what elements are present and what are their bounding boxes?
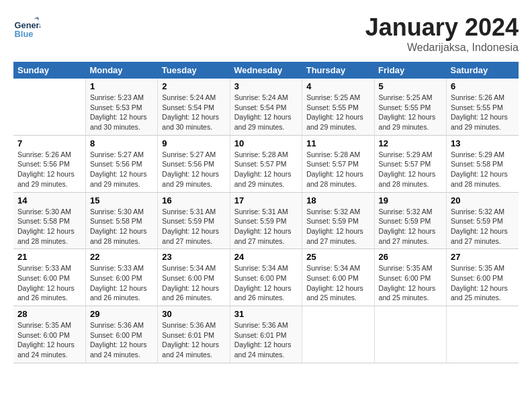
day-info: Sunrise: 5:25 AM Sunset: 5:55 PM Dayligh… <box>306 93 369 132</box>
col-friday: Friday <box>374 62 446 79</box>
calendar-cell: 6Sunrise: 5:26 AM Sunset: 5:55 PM Daylig… <box>447 79 519 135</box>
day-number: 26 <box>379 252 442 262</box>
month-title: January 2024 <box>365 13 519 42</box>
day-number: 16 <box>162 195 225 205</box>
calendar-cell: 30Sunrise: 5:36 AM Sunset: 6:01 PM Dayli… <box>158 306 230 363</box>
day-info: Sunrise: 5:34 AM Sunset: 6:00 PM Dayligh… <box>162 263 225 303</box>
calendar-cell: 13Sunrise: 5:29 AM Sunset: 5:58 PM Dayli… <box>447 135 519 192</box>
day-number: 25 <box>306 252 369 262</box>
day-number: 18 <box>306 195 369 205</box>
day-number: 9 <box>162 138 225 148</box>
calendar-cell: 26Sunrise: 5:35 AM Sunset: 6:00 PM Dayli… <box>374 249 446 306</box>
day-number: 17 <box>234 195 298 205</box>
day-info: Sunrise: 5:32 AM Sunset: 5:59 PM Dayligh… <box>379 207 442 246</box>
day-info: Sunrise: 5:36 AM Sunset: 6:01 PM Dayligh… <box>234 320 298 360</box>
day-info: Sunrise: 5:32 AM Sunset: 5:59 PM Dayligh… <box>306 207 369 246</box>
page: General Blue January 2024 Wedarijaksa, I… <box>0 0 532 411</box>
calendar-week-0: 1Sunrise: 5:23 AM Sunset: 5:53 PM Daylig… <box>13 79 519 135</box>
location: Wedarijaksa, Indonesia <box>365 42 519 54</box>
day-number: 11 <box>306 138 369 148</box>
day-info: Sunrise: 5:34 AM Sunset: 6:00 PM Dayligh… <box>306 263 369 303</box>
day-number: 14 <box>17 195 81 205</box>
day-number: 24 <box>234 252 298 262</box>
calendar-cell: 31Sunrise: 5:36 AM Sunset: 6:01 PM Dayli… <box>230 306 302 363</box>
day-number: 27 <box>451 252 515 262</box>
day-info: Sunrise: 5:29 AM Sunset: 5:57 PM Dayligh… <box>379 150 442 189</box>
day-number: 19 <box>379 195 442 205</box>
day-info: Sunrise: 5:30 AM Sunset: 5:58 PM Dayligh… <box>17 207 81 246</box>
calendar-week-3: 21Sunrise: 5:33 AM Sunset: 6:00 PM Dayli… <box>13 249 519 306</box>
header-row: Sunday Monday Tuesday Wednesday Thursday… <box>13 62 519 79</box>
day-info: Sunrise: 5:33 AM Sunset: 6:00 PM Dayligh… <box>17 263 81 303</box>
day-number: 5 <box>379 81 442 91</box>
day-number: 8 <box>90 138 153 148</box>
calendar-cell: 9Sunrise: 5:27 AM Sunset: 5:56 PM Daylig… <box>158 135 230 192</box>
day-number: 22 <box>90 252 153 262</box>
calendar-week-1: 7Sunrise: 5:26 AM Sunset: 5:56 PM Daylig… <box>13 135 519 192</box>
svg-text:Blue: Blue <box>15 29 34 39</box>
calendar-cell <box>13 79 85 135</box>
day-info: Sunrise: 5:31 AM Sunset: 5:59 PM Dayligh… <box>234 207 298 246</box>
day-info: Sunrise: 5:30 AM Sunset: 5:58 PM Dayligh… <box>90 207 153 246</box>
col-monday: Monday <box>85 62 157 79</box>
col-tuesday: Tuesday <box>158 62 230 79</box>
col-thursday: Thursday <box>302 62 374 79</box>
calendar-week-4: 28Sunrise: 5:35 AM Sunset: 6:00 PM Dayli… <box>13 306 519 363</box>
day-info: Sunrise: 5:36 AM Sunset: 6:00 PM Dayligh… <box>90 320 153 360</box>
calendar-cell <box>374 306 446 363</box>
day-info: Sunrise: 5:25 AM Sunset: 5:55 PM Dayligh… <box>379 93 442 132</box>
day-info: Sunrise: 5:31 AM Sunset: 5:59 PM Dayligh… <box>162 207 225 246</box>
day-number: 23 <box>162 252 225 262</box>
calendar-cell: 7Sunrise: 5:26 AM Sunset: 5:56 PM Daylig… <box>13 135 85 192</box>
header: General Blue January 2024 Wedarijaksa, I… <box>13 13 519 54</box>
calendar-cell: 27Sunrise: 5:35 AM Sunset: 6:00 PM Dayli… <box>447 249 519 306</box>
calendar-cell: 12Sunrise: 5:29 AM Sunset: 5:57 PM Dayli… <box>374 135 446 192</box>
day-info: Sunrise: 5:32 AM Sunset: 5:59 PM Dayligh… <box>451 207 515 246</box>
calendar-cell: 14Sunrise: 5:30 AM Sunset: 5:58 PM Dayli… <box>13 192 85 249</box>
day-info: Sunrise: 5:24 AM Sunset: 5:54 PM Dayligh… <box>162 93 225 132</box>
calendar-cell: 8Sunrise: 5:27 AM Sunset: 5:56 PM Daylig… <box>85 135 157 192</box>
calendar-cell: 24Sunrise: 5:34 AM Sunset: 6:00 PM Dayli… <box>230 249 302 306</box>
calendar-cell: 20Sunrise: 5:32 AM Sunset: 5:59 PM Dayli… <box>447 192 519 249</box>
calendar-cell: 18Sunrise: 5:32 AM Sunset: 5:59 PM Dayli… <box>302 192 374 249</box>
day-info: Sunrise: 5:27 AM Sunset: 5:56 PM Dayligh… <box>90 150 153 189</box>
day-info: Sunrise: 5:27 AM Sunset: 5:56 PM Dayligh… <box>162 150 225 189</box>
calendar-cell: 19Sunrise: 5:32 AM Sunset: 5:59 PM Dayli… <box>374 192 446 249</box>
day-info: Sunrise: 5:33 AM Sunset: 6:00 PM Dayligh… <box>90 263 153 303</box>
day-number: 6 <box>451 81 515 91</box>
day-number: 29 <box>90 309 153 319</box>
day-number: 15 <box>90 195 153 205</box>
day-info: Sunrise: 5:26 AM Sunset: 5:56 PM Dayligh… <box>17 150 81 189</box>
day-info: Sunrise: 5:35 AM Sunset: 6:00 PM Dayligh… <box>451 263 515 303</box>
calendar-cell: 21Sunrise: 5:33 AM Sunset: 6:00 PM Dayli… <box>13 249 85 306</box>
day-info: Sunrise: 5:35 AM Sunset: 6:00 PM Dayligh… <box>17 320 81 360</box>
calendar-cell: 5Sunrise: 5:25 AM Sunset: 5:55 PM Daylig… <box>374 79 446 135</box>
col-saturday: Saturday <box>447 62 519 79</box>
day-number: 12 <box>379 138 442 148</box>
logo-icon: General Blue <box>13 13 40 40</box>
day-info: Sunrise: 5:28 AM Sunset: 5:57 PM Dayligh… <box>306 150 369 189</box>
day-number: 30 <box>162 309 225 319</box>
calendar-cell: 16Sunrise: 5:31 AM Sunset: 5:59 PM Dayli… <box>158 192 230 249</box>
day-info: Sunrise: 5:28 AM Sunset: 5:57 PM Dayligh… <box>234 150 298 189</box>
col-sunday: Sunday <box>13 62 85 79</box>
day-info: Sunrise: 5:34 AM Sunset: 6:00 PM Dayligh… <box>234 263 298 303</box>
day-info: Sunrise: 5:35 AM Sunset: 6:00 PM Dayligh… <box>379 263 442 303</box>
day-number: 10 <box>234 138 298 148</box>
day-info: Sunrise: 5:36 AM Sunset: 6:01 PM Dayligh… <box>162 320 225 360</box>
calendar-cell <box>302 306 374 363</box>
day-number: 1 <box>90 81 153 91</box>
title-block: January 2024 Wedarijaksa, Indonesia <box>365 13 519 54</box>
calendar-cell: 4Sunrise: 5:25 AM Sunset: 5:55 PM Daylig… <box>302 79 374 135</box>
calendar-table: Sunday Monday Tuesday Wednesday Thursday… <box>13 62 519 363</box>
day-info: Sunrise: 5:29 AM Sunset: 5:58 PM Dayligh… <box>451 150 515 189</box>
day-info: Sunrise: 5:23 AM Sunset: 5:53 PM Dayligh… <box>90 93 153 132</box>
day-info: Sunrise: 5:26 AM Sunset: 5:55 PM Dayligh… <box>451 93 515 132</box>
calendar-cell: 2Sunrise: 5:24 AM Sunset: 5:54 PM Daylig… <box>158 79 230 135</box>
day-number: 7 <box>17 138 81 148</box>
day-number: 3 <box>234 81 298 91</box>
day-number: 13 <box>451 138 515 148</box>
calendar-cell: 10Sunrise: 5:28 AM Sunset: 5:57 PM Dayli… <box>230 135 302 192</box>
day-number: 28 <box>17 309 81 319</box>
col-wednesday: Wednesday <box>230 62 302 79</box>
